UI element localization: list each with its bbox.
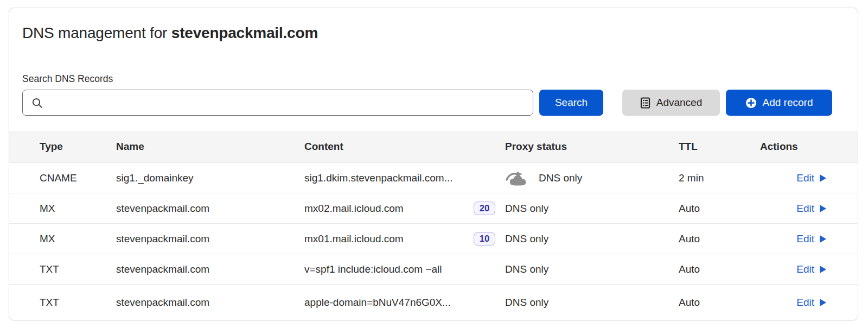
list-document-icon bbox=[640, 97, 650, 109]
page-title-domain: stevenpackmail.com bbox=[171, 24, 318, 41]
cell-content: apple-domain=bNuV47n6G0X... bbox=[304, 297, 505, 309]
dns-management-card: DNS management for stevenpackmail.com Se… bbox=[9, 8, 858, 320]
search-controls-row: Search Advanced bbox=[22, 90, 846, 116]
search-button[interactable]: Search bbox=[539, 90, 603, 116]
column-header-ttl: TTL bbox=[679, 141, 760, 153]
cell-content: v=spf1 include:icloud.com ~all bbox=[304, 263, 505, 275]
triangle-right-icon bbox=[820, 266, 826, 273]
cell-proxy-status: DNS only bbox=[505, 233, 679, 245]
mx-priority-badge: 20 bbox=[474, 202, 495, 216]
search-label: Search DNS Records bbox=[22, 73, 113, 85]
cell-name: stevenpackmail.com bbox=[116, 203, 304, 215]
cell-type: MX bbox=[40, 203, 116, 215]
cell-content: mx02.mail.icloud.com 20 bbox=[304, 202, 505, 216]
mx-priority-badge: 10 bbox=[474, 232, 495, 246]
table-row: TXT stevenpackmail.com apple-domain=bNuV… bbox=[9, 284, 858, 320]
add-record-label: Add record bbox=[763, 97, 813, 109]
cell-ttl: 2 min bbox=[679, 172, 760, 184]
cell-ttl: Auto bbox=[679, 263, 760, 275]
column-header-actions: Actions bbox=[760, 141, 826, 153]
cell-ttl: Auto bbox=[679, 203, 760, 215]
column-header-type: Type bbox=[40, 141, 116, 153]
edit-link[interactable]: Edit bbox=[796, 203, 826, 215]
cell-name: stevenpackmail.com bbox=[116, 263, 304, 275]
cell-actions: Edit bbox=[760, 172, 826, 184]
table-row: MX stevenpackmail.com mx02.mail.icloud.c… bbox=[9, 193, 858, 223]
search-input-wrapper bbox=[22, 90, 533, 116]
triangle-right-icon bbox=[820, 235, 826, 243]
dns-records-table: Type Name Content Proxy status TTL Actio… bbox=[9, 131, 858, 320]
triangle-right-icon bbox=[820, 205, 826, 212]
plus-circle-icon bbox=[745, 97, 757, 109]
advanced-button[interactable]: Advanced bbox=[622, 90, 720, 116]
cell-type: CNAME bbox=[40, 172, 116, 184]
page-title-prefix: DNS management for bbox=[22, 24, 171, 41]
cell-content: sig1.dkim.stevenpackmail.com... bbox=[304, 172, 505, 184]
cell-actions: Edit bbox=[760, 263, 826, 275]
table-row: TXT stevenpackmail.com v=spf1 include:ic… bbox=[9, 254, 858, 284]
cell-name: stevenpackmail.com bbox=[116, 233, 304, 245]
cell-actions: Edit bbox=[760, 297, 826, 309]
cell-proxy-status: DNS only bbox=[505, 297, 679, 309]
triangle-right-icon bbox=[820, 174, 826, 182]
cell-type: MX bbox=[40, 233, 116, 245]
column-header-name: Name bbox=[116, 141, 304, 153]
search-icon bbox=[31, 97, 43, 109]
cell-name: stevenpackmail.com bbox=[116, 297, 304, 309]
column-header-proxy-status: Proxy status bbox=[505, 141, 679, 153]
edit-link[interactable]: Edit bbox=[796, 233, 826, 245]
column-header-content: Content bbox=[304, 141, 505, 153]
page-title: DNS management for stevenpackmail.com bbox=[22, 24, 318, 42]
advanced-button-label: Advanced bbox=[656, 97, 703, 109]
dns-only-cloud-icon bbox=[505, 169, 530, 186]
edit-link[interactable]: Edit bbox=[796, 263, 826, 275]
cell-proxy-status: DNS only bbox=[505, 203, 679, 215]
table-header-row: Type Name Content Proxy status TTL Actio… bbox=[9, 131, 858, 162]
triangle-right-icon bbox=[820, 299, 826, 306]
add-record-button[interactable]: Add record bbox=[726, 90, 832, 116]
cell-proxy-status: DNS only bbox=[505, 169, 679, 186]
table-row: MX stevenpackmail.com mx01.mail.icloud.c… bbox=[9, 223, 858, 254]
cell-actions: Edit bbox=[760, 233, 826, 245]
table-row: CNAME sig1._domainkey sig1.dkim.stevenpa… bbox=[9, 162, 858, 193]
edit-link[interactable]: Edit bbox=[796, 172, 826, 184]
cell-proxy-status: DNS only bbox=[505, 263, 679, 275]
edit-link[interactable]: Edit bbox=[796, 297, 826, 309]
cell-type: TXT bbox=[40, 263, 116, 275]
cell-ttl: Auto bbox=[679, 233, 760, 245]
cell-actions: Edit bbox=[760, 203, 826, 215]
cell-name: sig1._domainkey bbox=[116, 172, 304, 184]
search-input[interactable] bbox=[23, 90, 533, 115]
cell-content: mx01.mail.icloud.com 10 bbox=[304, 232, 505, 246]
cell-ttl: Auto bbox=[679, 297, 760, 309]
cell-type: TXT bbox=[40, 297, 116, 309]
